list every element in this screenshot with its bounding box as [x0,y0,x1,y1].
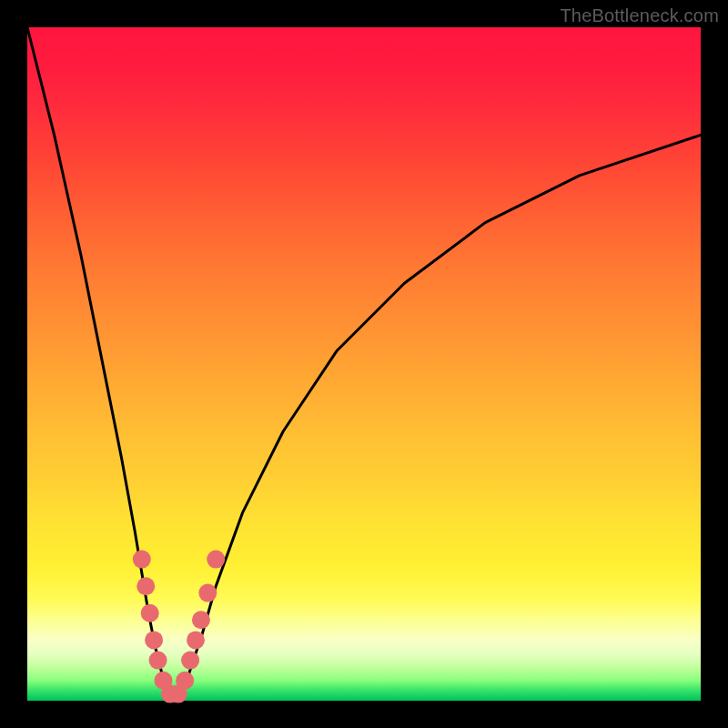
curve-marker [187,631,205,649]
curve-marker [176,672,194,690]
curve-marker [161,685,179,703]
curve-marker [141,604,159,622]
curve-marker [198,584,217,602]
bottleneck-curve-svg [27,27,701,701]
curve-marker [169,685,187,703]
plot-area [27,27,701,701]
curve-marker [133,551,151,569]
curve-marker [149,652,167,670]
marker-layer [133,551,225,703]
curve-marker [207,551,225,569]
watermark-text: TheBottleneck.com [560,5,719,26]
curve-marker [192,611,210,629]
chart-frame: TheBottleneck.com [0,0,728,728]
curve-marker [181,652,199,670]
bottleneck-curve [27,27,701,701]
curve-marker [145,631,163,649]
curve-layer [27,27,701,701]
curve-marker [136,577,155,595]
curve-marker [154,672,172,690]
